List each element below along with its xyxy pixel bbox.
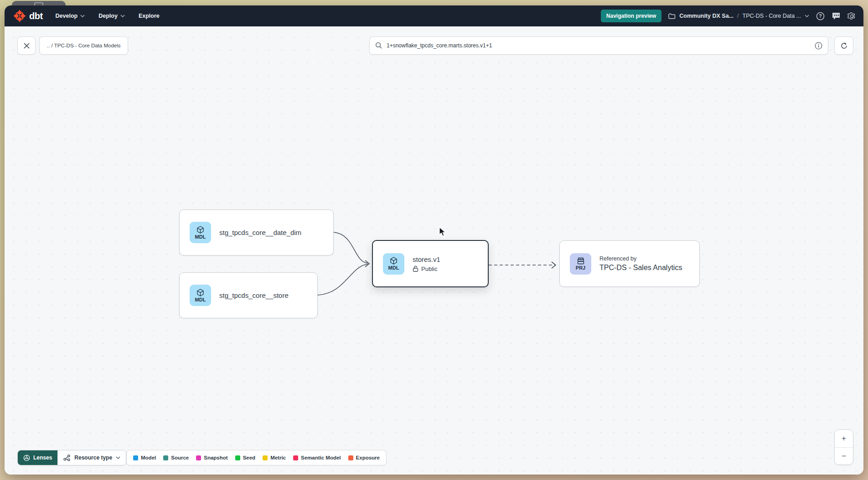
legend-swatch [293, 455, 298, 460]
access-label: Public [421, 266, 437, 272]
referenced-by-label: Referenced by [599, 255, 682, 262]
gear-icon [847, 12, 856, 20]
navbar-right: Navigation preview Community DX Sa... / … [601, 10, 856, 22]
legend-model: Model [133, 455, 156, 460]
badge-label: MDL [195, 297, 206, 302]
legend-swatch [133, 455, 138, 460]
close-icon [23, 42, 30, 49]
help-button[interactable]: ? [816, 12, 825, 20]
legend-semantic-model: Semantic Model [293, 455, 341, 460]
breadcrumb-separator: / [737, 13, 739, 19]
lineage-canvas[interactable]: .. / TPC-DS - Core Data Models [5, 26, 863, 475]
node-label: TPC-DS - Sales Analytics [599, 264, 682, 272]
node-text-block: stores.v1 Public [413, 255, 440, 272]
node-text-block: Referenced by TPC-DS - Sales Analytics [599, 255, 682, 272]
node-stg-tpcds-core-store[interactable]: MDL stg_tpcds_core__store [179, 272, 318, 318]
account-name: Community DX Sa... [679, 13, 734, 19]
node-label: stg_tpcds_core__date_dim [219, 229, 301, 236]
edge-datedim-to-stores [334, 232, 368, 263]
lenses-label: Lenses [33, 454, 52, 461]
edge-store-to-stores [318, 264, 368, 295]
top-navbar: dbt Develop Deploy Explore Navigation pr… [5, 5, 863, 26]
zoom-controls: + − [834, 429, 853, 465]
zoom-out-button[interactable]: − [835, 447, 853, 465]
resource-type-icon [63, 454, 71, 461]
node-access: Public [413, 266, 440, 272]
legend-swatch [196, 455, 201, 460]
nav-develop-label: Develop [56, 13, 78, 19]
folder-icon [668, 13, 676, 19]
dbt-logo-icon [13, 9, 26, 23]
chevron-down-icon [805, 15, 809, 17]
badge-label: PRJ [576, 265, 585, 271]
chevron-down-icon [116, 456, 120, 459]
edge-arrowhead [365, 260, 369, 267]
breadcrumb[interactable]: .. / TPC-DS - Core Data Models [39, 36, 128, 55]
navigation-preview-badge[interactable]: Navigation preview [601, 10, 661, 22]
mouse-cursor [439, 227, 448, 237]
project-badge: PRJ [570, 253, 591, 275]
legend-seed: Seed [235, 455, 256, 460]
archive-icon [577, 257, 585, 265]
badge-label: MDL [195, 234, 206, 240]
lenses-button[interactable]: Lenses [18, 450, 57, 465]
nav-develop[interactable]: Develop [56, 13, 85, 19]
legend-source: Source [163, 455, 189, 460]
refresh-lineage-button[interactable] [834, 36, 853, 55]
info-icon[interactable] [815, 42, 822, 50]
nav-explore[interactable]: Explore [139, 13, 160, 19]
resource-type-legend: Model Source Snapshot Seed Metric Semant… [126, 450, 387, 465]
edge-arrowhead [552, 262, 556, 268]
node-label: stg_tpcds_core__store [219, 291, 289, 299]
refresh-icon [840, 42, 848, 50]
legend-metric: Metric [263, 455, 286, 460]
legend-swatch [235, 455, 240, 460]
resource-type-label: Resource type [74, 454, 112, 461]
cube-icon [196, 289, 204, 296]
lineage-search [369, 36, 828, 55]
project-name: TPC-DS - Core Data ... [743, 13, 801, 19]
legend-swatch [263, 455, 268, 460]
feedback-button[interactable] [832, 12, 841, 20]
dbt-logo[interactable]: dbt [13, 9, 43, 23]
legend-swatch [348, 455, 353, 460]
lenses-control: Lenses Resource type [17, 450, 126, 465]
feedback-icon [832, 12, 841, 20]
legend-snapshot: Snapshot [196, 455, 227, 460]
legend-exposure: Exposure [348, 455, 380, 460]
node-stores-v1[interactable]: MDL stores.v1 Public [372, 240, 489, 287]
lens-icon [23, 454, 30, 461]
app-window: dbt Develop Deploy Explore Navigation pr… [5, 5, 863, 475]
cube-icon [390, 257, 398, 265]
main-nav: Develop Deploy Explore [56, 13, 160, 19]
legend-swatch [163, 455, 168, 460]
search-icon [375, 42, 382, 49]
chevron-down-icon [80, 15, 85, 17]
model-badge: MDL [190, 285, 211, 306]
dbt-logo-text: dbt [29, 11, 43, 21]
node-label: stores.v1 [413, 255, 440, 263]
cube-icon [196, 226, 204, 234]
close-lineage-button[interactable] [17, 36, 36, 55]
nav-explore-label: Explore [139, 13, 160, 19]
project-switcher[interactable]: Community DX Sa... / TPC-DS - Core Data … [668, 13, 809, 19]
settings-button[interactable] [847, 12, 856, 20]
node-tpcds-sales-analytics[interactable]: PRJ Referenced by TPC-DS - Sales Analyti… [559, 240, 700, 287]
nav-deploy[interactable]: Deploy [98, 13, 125, 19]
node-stg-tpcds-core-date-dim[interactable]: MDL stg_tpcds_core__date_dim [179, 209, 334, 255]
resource-type-dropdown[interactable]: Resource type [57, 450, 126, 465]
lock-open-icon [413, 266, 418, 272]
chevron-down-icon [120, 15, 125, 17]
zoom-in-button[interactable]: + [835, 430, 853, 447]
nav-deploy-label: Deploy [98, 13, 118, 19]
svg-text:?: ? [819, 13, 822, 19]
model-badge: MDL [190, 222, 211, 243]
model-badge: MDL [383, 253, 404, 275]
help-icon: ? [816, 12, 825, 20]
badge-label: MDL [388, 265, 399, 271]
search-input[interactable] [387, 42, 811, 49]
